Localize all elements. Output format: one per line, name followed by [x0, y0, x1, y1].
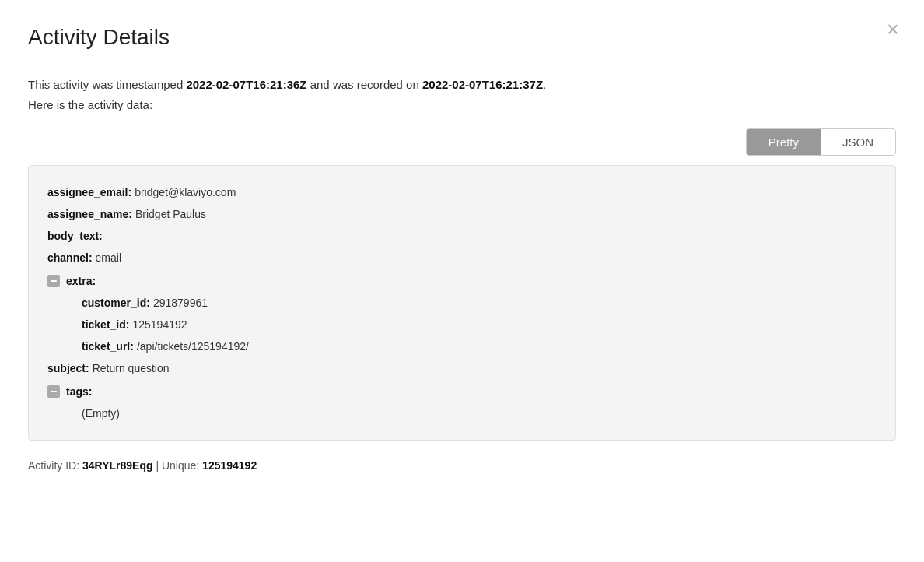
activity-id-value: 34RYLr89Eqg — [82, 459, 153, 472]
assignee-name-value: Bridget Paulus — [135, 203, 206, 225]
close-button[interactable]: × — [887, 19, 899, 40]
data-panel: assignee_email: bridget@klaviyo.com assi… — [28, 165, 896, 441]
collapse-dash — [51, 280, 57, 282]
customer-id-value: 291879961 — [153, 292, 208, 314]
extra-key: extra: — [66, 270, 96, 292]
extra-section-row: extra: — [47, 270, 877, 292]
desc-middle: and was recorded on — [307, 78, 422, 91]
assignee-email-value: bridget@klaviyo.com — [135, 181, 236, 203]
customer-id-row: customer_id: 291879961 — [82, 292, 877, 314]
ticket-url-key: ticket_url: — [82, 335, 134, 357]
extra-nested-fields: customer_id: 291879961 ticket_id: 125194… — [47, 292, 877, 357]
json-toggle-button[interactable]: JSON — [821, 129, 895, 155]
unique-label: Unique: — [162, 459, 199, 472]
tags-empty-value: (Empty) — [82, 402, 120, 424]
extra-collapse-icon[interactable] — [47, 275, 60, 287]
desc-suffix: . — [543, 78, 546, 91]
desc-prefix: This activity was timestamped — [28, 78, 186, 91]
channel-key: channel: — [47, 247, 93, 269]
customer-id-key: customer_id: — [82, 292, 150, 314]
desc-line2: Here is the activity data: — [28, 98, 152, 111]
subject-value: Return question — [93, 357, 170, 379]
activity-id-label: Activity ID: — [28, 459, 79, 472]
footer-separator: | — [156, 459, 162, 472]
subject-key: subject: — [47, 357, 89, 379]
pretty-toggle-button[interactable]: Pretty — [747, 129, 821, 155]
unique-value: 125194192 — [202, 459, 257, 472]
ticket-id-value: 125194192 — [132, 314, 187, 335]
tags-key: tags: — [66, 381, 92, 402]
description-block: This activity was timestamped 2022-02-07… — [28, 75, 896, 114]
ticket-id-row: ticket_id: 125194192 — [82, 314, 877, 335]
subject-row: subject: Return question — [47, 357, 877, 379]
ticket-id-key: ticket_id: — [82, 314, 129, 335]
tags-nested-fields: (Empty) — [47, 402, 877, 424]
channel-value: email — [96, 247, 121, 269]
activity-details-modal: Activity Details × This activity was tim… — [0, 0, 924, 562]
assignee-name-key: assignee_name: — [47, 203, 132, 225]
body-text-key: body_text: — [47, 225, 103, 247]
timestamp1: 2022-02-07T16:21:36Z — [186, 78, 306, 91]
footer: Activity ID: 34RYLr89Eqg | Unique: 12519… — [28, 459, 896, 472]
view-toggle-group: Pretty JSON — [746, 128, 896, 156]
channel-row: channel: email — [47, 247, 877, 269]
assignee-email-key: assignee_email: — [47, 181, 131, 203]
ticket-url-value: /api/tickets/125194192/ — [137, 335, 249, 357]
tags-collapse-dash — [51, 391, 57, 392]
body-text-row: body_text: — [47, 225, 877, 247]
tags-collapse-icon[interactable] — [47, 385, 60, 398]
modal-title: Activity Details — [28, 25, 896, 50]
assignee-name-row: assignee_name: Bridget Paulus — [47, 203, 877, 225]
view-toggle-bar: Pretty JSON — [28, 128, 896, 156]
ticket-url-row: ticket_url: /api/tickets/125194192/ — [82, 335, 877, 357]
timestamp2: 2022-02-07T16:21:37Z — [422, 78, 543, 91]
tags-section-row: tags: — [47, 381, 877, 402]
assignee-email-row: assignee_email: bridget@klaviyo.com — [47, 181, 877, 203]
tags-empty-row: (Empty) — [82, 402, 877, 424]
